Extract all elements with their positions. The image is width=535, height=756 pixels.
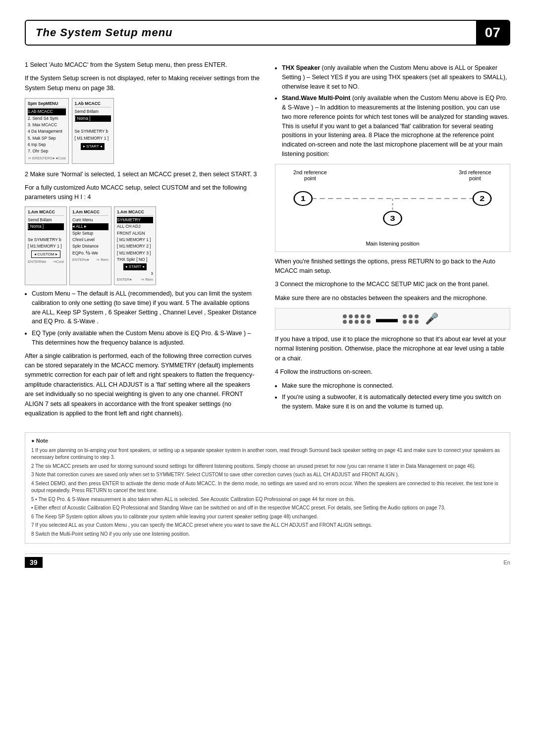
screenshot-box-custom1: 1.Am MCACC Semd B4lam [ Noma ] Se SYMMET… bbox=[25, 206, 67, 286]
ss-title-1: Spm SepMENU bbox=[28, 101, 66, 107]
page-number: 39 bbox=[25, 557, 43, 568]
microphone-icon: 🎤 bbox=[425, 312, 438, 325]
note-3: 3 Note that correction curves are saved … bbox=[31, 471, 504, 479]
thx-title: THX Speaker bbox=[282, 64, 320, 71]
step1-para2: If the System Setup screen is not displa… bbox=[25, 74, 260, 93]
svg-text:3: 3 bbox=[390, 214, 395, 222]
note-2: 2 The six MCACC presets are used for sto… bbox=[31, 463, 504, 470]
start-button: ▸ START ◂ bbox=[81, 143, 105, 150]
label-3rd-ref: 3rd reference point bbox=[455, 169, 495, 181]
page-container: The System Setup menu 07 1 Select 'Auto … bbox=[0, 0, 535, 756]
note-6: 6 The Keep SP System option allows you t… bbox=[31, 513, 504, 521]
mic-diagram: ▬▬ 🎤 bbox=[275, 308, 510, 330]
note-7: 7 If you selected ALL as your Custom Men… bbox=[31, 522, 504, 529]
bullet-thx: THX Speaker (only available when the Cus… bbox=[282, 63, 510, 91]
right-column: THX Speaker (only available when the Cus… bbox=[275, 60, 510, 422]
step1-para1: 1 Select 'Auto MCACC' from the System Se… bbox=[25, 60, 260, 70]
screenshot-row1: Spm SepMENU 1.Ab MCACC 2. Send S4 Sym 3.… bbox=[25, 98, 260, 163]
screenshot-box-mcacc1: 1.Ab MCACC Semd B4lam [ Noma ] Se SYMMET… bbox=[72, 98, 114, 163]
receiver-icon: ▬▬ bbox=[376, 312, 398, 325]
ss-title-2: 1.Ab MCACC bbox=[75, 101, 111, 107]
diagram-area: 1 2 3 bbox=[290, 181, 495, 226]
screenshot-box-custom2: 1.Am MCACC Cum Menu ◂ ALL ▸ Spkr Setup C… bbox=[69, 206, 111, 286]
note-5a: 5 • The EQ Pro. & S-Wave measurement is … bbox=[31, 496, 504, 504]
standwave-title: Stand.Wave Multi-Point bbox=[282, 95, 350, 101]
note-1: 1 If you are planning on bi-amping your … bbox=[31, 447, 504, 461]
tripod-para: If you have a tripod, use it to place th… bbox=[275, 335, 510, 363]
standwave-text: (only available when the Custom Menu abo… bbox=[282, 95, 509, 157]
para-after-bullets: After a single calibration is performed,… bbox=[25, 352, 260, 419]
bullet-item-eq: EQ Type (only available when the Custom … bbox=[32, 329, 260, 348]
left-column: 1 Select 'Auto MCACC' from the System Se… bbox=[25, 60, 260, 422]
note-4: 4 Select DEMO, and then press ENTER to a… bbox=[31, 480, 504, 495]
svg-text:1: 1 bbox=[301, 195, 306, 202]
step4-para1: 4 Follow the instructions on-screen. bbox=[275, 367, 510, 377]
page-footer: 39 En bbox=[25, 554, 510, 568]
screenshot-box-custom3: 1.Am MCACC SYMMETRY ALL CH ADJ FRONT ALI… bbox=[114, 206, 156, 286]
dot-grid-1 bbox=[343, 314, 371, 324]
screenshot-row2: 1.Am MCACC Semd B4lam [ Noma ] Se SYMMET… bbox=[25, 206, 260, 286]
diagram-svg: 1 2 3 bbox=[290, 181, 495, 226]
main-content: 1 Select 'Auto MCACC' from the System Se… bbox=[25, 60, 510, 422]
bullet-list: Custom Menu – The default is ALL (recomm… bbox=[32, 289, 260, 348]
step3-para2: Make sure there are no obstacles between… bbox=[275, 294, 510, 303]
notes-section: ● Note 1 If you are planning on bi-ampin… bbox=[25, 432, 510, 544]
page-title: The System Setup menu bbox=[26, 21, 476, 44]
bullet-item-custom: Custom Menu – The default is ALL (recomm… bbox=[32, 289, 260, 326]
step4-bullet-2: If you're using a subwoofer, it is autom… bbox=[282, 393, 510, 411]
note-5b: • Either effect of Acoustic Calibration … bbox=[31, 504, 504, 512]
svg-text:2: 2 bbox=[480, 195, 484, 202]
dot-grid-2 bbox=[403, 314, 419, 324]
step4-bullet-list: Make sure the microphone is connected. I… bbox=[282, 381, 510, 411]
label-2nd-ref: 2nd reference point bbox=[290, 169, 330, 181]
step3-para1: 3 Connect the microphone to the MCACC SE… bbox=[275, 280, 510, 289]
note-8: 8 Switch the Multi-Point setting NO if y… bbox=[31, 531, 504, 538]
right-bullet-list: THX Speaker (only available when the Cus… bbox=[282, 63, 510, 159]
ss-row-highlight: 1.Ab MCACC bbox=[28, 108, 66, 115]
header-bar: The System Setup menu 07 bbox=[25, 20, 510, 46]
step2-para1: 2 Make sure 'Normal' is selected, 1 sele… bbox=[25, 170, 260, 179]
bullet-standwave: Stand.Wave Multi-Point (only available w… bbox=[282, 94, 510, 158]
page-lang: En bbox=[504, 559, 510, 565]
reference-diagram: 2nd reference point 3rd reference point … bbox=[275, 164, 510, 252]
step4-bullet-1: Make sure the microphone is connected. bbox=[282, 381, 510, 391]
chapter-number: 07 bbox=[476, 21, 509, 45]
step2-para2: For a fully customized Auto MCACC setup,… bbox=[25, 183, 260, 202]
para-after-diagram: When you're finished settings the option… bbox=[275, 257, 510, 276]
screenshot-box-spm: Spm SepMENU 1.Ab MCACC 2. Send S4 Sym 3.… bbox=[25, 98, 69, 163]
notes-title: ● Note bbox=[31, 437, 504, 445]
main-listening-label: Main listening position bbox=[280, 241, 505, 247]
